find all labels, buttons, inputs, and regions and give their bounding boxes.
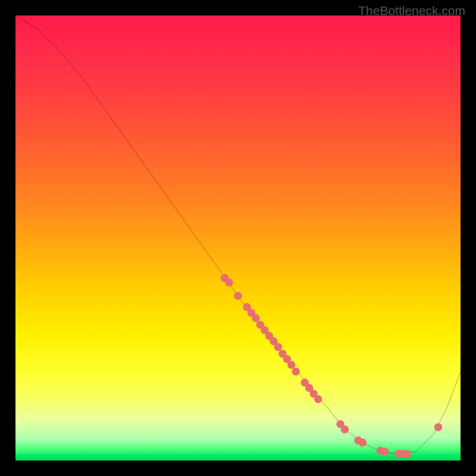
chart-marker [314, 395, 322, 403]
chart-marker [292, 368, 300, 375]
chart-svg [15, 15, 461, 461]
chart-plot-area [15, 15, 461, 461]
watermark-text: TheBottleneck.com [358, 4, 465, 18]
chart-marker [287, 361, 295, 368]
chart-marker [381, 447, 389, 455]
chart-marker [403, 450, 411, 458]
chart-marker [274, 343, 282, 351]
chart-marker [225, 278, 233, 286]
chart-curve [15, 15, 461, 454]
chart-markers [221, 274, 443, 458]
chart-marker [234, 292, 242, 300]
chart-marker [359, 439, 367, 446]
chart-marker [341, 425, 349, 433]
chart-marker [434, 423, 442, 431]
chart-marker [252, 314, 259, 322]
